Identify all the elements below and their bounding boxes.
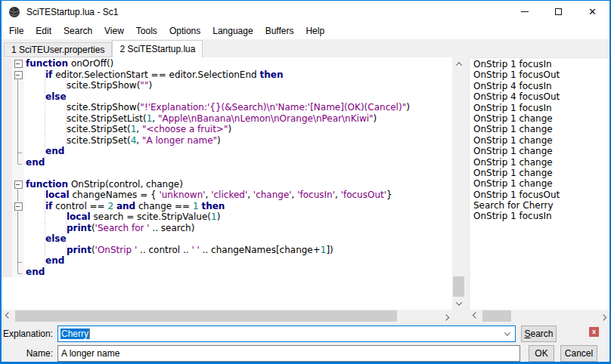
tab-1-sciteuser-properties[interactable]: 1 SciTEUser.properties [4,42,112,57]
editor-horizontal-scrollbar[interactable] [2,310,452,322]
menu-help[interactable]: Help [299,23,330,39]
scroll-left-button[interactable] [2,310,14,322]
code-line[interactable]: print('OnStrip ' .. control .. ' ' .. ch… [2,245,452,256]
menu-file[interactable]: File [3,23,29,39]
minimize-button[interactable] [507,1,541,23]
vertical-scroll-thumb[interactable] [453,276,464,297]
name-input[interactable] [57,345,520,362]
code-token: , [292,190,298,201]
code-token: 4 [131,135,137,147]
fold-margin [12,190,24,201]
output-line: OnStrip 1 change [473,146,609,156]
code-token: 'clicked' [211,190,247,201]
selection-margin [2,146,12,157]
output-line: OnStrip 1 change [473,135,609,146]
selection-margin [2,211,12,223]
indent-guide [24,233,45,245]
code-token: 1 [147,113,153,125]
code-line[interactable]: if editor.SelectionStart == editor.Selec… [2,69,452,81]
output-line: OnStrip 1 focusIn [473,211,609,221]
scroll-up-button[interactable] [452,57,465,70]
code-line[interactable]: else [2,91,452,103]
selection-margin [2,113,12,125]
tab-2-scitestartup-lua[interactable]: 2 SciTEStartup.lua [112,40,203,57]
fold-toggle-icon[interactable] [12,201,24,212]
code-token: 'unknown' [159,190,205,201]
close-button[interactable]: ✕ [575,1,609,23]
window-title: SciTEStartup.lua - Sc1 [26,7,118,17]
code-line[interactable]: function onOrOff() [2,58,452,69]
indent-guide [45,245,67,256]
code-line[interactable]: print('Search for ' .. search) [2,223,452,234]
code-token: 'OnStrip ' [95,245,138,256]
code-token: "<choose a fruit>" [142,124,228,135]
code-token: ' ' [191,245,199,256]
search-button[interactable]: Search [521,325,557,342]
code-line[interactable]: scite.StripSetList(1, "Apple\nBanana\nLe… [2,113,452,125]
horizontal-scroll-thumb[interactable] [15,310,397,322]
scite-app-icon[interactable] [8,6,20,18]
fold-margin [12,113,24,125]
code-line[interactable]: end [2,146,452,157]
ok-button[interactable]: OK [529,345,554,362]
indent-guide [45,113,67,125]
code-line[interactable]: end [2,255,452,267]
code-token: OnStrip(control, change) [68,179,183,190]
menu-options[interactable]: Options [163,23,206,39]
scite-window: SciTEStartup.lua - Sc1 ✕ FileEditSearchV… [0,0,611,364]
explanation-combobox[interactable]: Cherry [57,325,516,342]
code-line[interactable]: end [2,267,452,278]
code-line[interactable]: local changeNames = { 'unknown', 'clicke… [2,190,452,201]
code-token: ) [374,113,377,125]
output-scroll-right-button[interactable] [597,310,609,322]
fold-toggle-icon[interactable] [12,58,24,69]
menu-language[interactable]: Language [206,23,259,39]
menu-edit[interactable]: Edit [29,23,57,39]
editor-vertical-scrollbar[interactable] [452,57,465,310]
code-token: ) [148,80,152,91]
code-line[interactable]: local search = scite.StripValue(1) [2,211,452,223]
code-line[interactable] [2,168,452,179]
code-line[interactable]: scite.StripShow("!'Explanation:'{}(&Sear… [2,102,452,113]
menu-tools[interactable]: Tools [130,23,163,39]
code-line[interactable]: scite.StripSet(1, "<choose a fruit>") [2,124,452,135]
combobox-selected-text: Cherry [60,329,89,339]
scroll-down-button[interactable] [452,297,465,310]
code-token: then [260,69,284,81]
output-line: OnStrip 1 focusOut [473,190,609,200]
indent-guide [45,102,67,113]
output-horizontal-scroll-thumb[interactable] [482,310,511,322]
fold-margin [12,157,24,168]
code-line[interactable]: end [2,157,452,168]
code-line[interactable]: scite.StripSet(4, "A longer name") [2,135,452,147]
code-token: ]) [326,245,333,256]
code-token: .. control .. [137,245,191,256]
menu-buffers[interactable]: Buffers [259,23,300,39]
cancel-button[interactable]: Cancel [560,345,597,362]
fold-toggle-icon[interactable] [12,69,24,81]
output-line: OnStrip 1 change [473,157,609,168]
scroll-right-button[interactable] [439,310,452,322]
code-token: ) [228,124,231,135]
menu-search[interactable]: Search [57,23,98,39]
maximize-button[interactable] [541,1,575,23]
code-area[interactable]: function onOrOff()if editor.SelectionSta… [2,57,452,310]
indent-guide [24,245,45,256]
menu-bar: FileEditSearchViewToolsOptionsLanguageBu… [2,23,609,39]
fold-toggle-icon[interactable] [12,179,24,190]
output-horizontal-scrollbar[interactable] [469,310,609,322]
indent-guide [45,223,67,234]
code-line[interactable]: else [2,233,452,245]
combobox-dropdown-icon[interactable] [504,329,510,335]
output-pane[interactable]: OnStrip 1 focusInOnStrip 1 focusOutOnStr… [469,57,609,310]
strip-close-button[interactable]: x [589,327,599,337]
code-token: ) [406,102,410,113]
fold-margin [12,102,24,113]
code-line[interactable]: if control == 2 and change == 1 then [2,201,452,212]
code-line[interactable]: scite.StripShow("") [2,80,452,91]
vertical-scroll-track[interactable] [452,70,465,297]
menu-view[interactable]: View [98,23,130,39]
scrollbar-corner [452,310,465,322]
code-line[interactable]: function OnStrip(control, change) [2,179,452,190]
output-scroll-left-button[interactable] [469,310,482,322]
